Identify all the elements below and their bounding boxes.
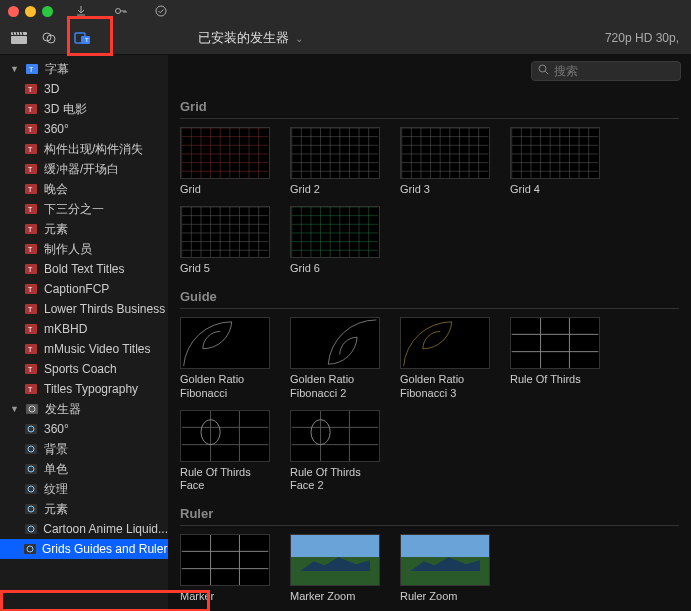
thumbnail-caption: Golden Ratio Fibonacci 3	[400, 373, 490, 399]
svg-rect-158	[402, 318, 489, 368]
svg-text:T: T	[28, 266, 33, 273]
guide-items: Golden Ratio FibonacciGolden Ratio Fibon…	[180, 317, 679, 492]
item-label: Sports Coach	[44, 362, 117, 376]
thumbnail-caption: Grid 4	[510, 183, 600, 196]
thumbnail	[290, 410, 380, 462]
svg-rect-76	[292, 128, 379, 178]
thumbnail	[400, 127, 490, 179]
thumbnail-cell[interactable]: Rule Of Thirds Face 2	[290, 410, 380, 492]
gens-list: 360°背景单色纹理元素Cartoon Anime Liquid...Grids…	[0, 419, 168, 559]
sidebar-item[interactable]: Cartoon Anime Liquid...	[0, 519, 168, 539]
thumbnail	[180, 317, 270, 369]
thumbnail-cell[interactable]: Grid 5	[180, 206, 270, 275]
item-label: Titles Typography	[44, 382, 138, 396]
item-icon	[24, 523, 37, 535]
thumbnail-caption: Grid 5	[180, 262, 270, 275]
svg-rect-108	[512, 128, 599, 178]
svg-text:T: T	[28, 346, 33, 353]
search-input[interactable]	[554, 64, 674, 78]
sidebar-item[interactable]: TmMusic Video Titles	[0, 339, 168, 359]
sidebar-cat-titles[interactable]: ▼ T 字幕	[0, 59, 168, 79]
thumbnail-cell[interactable]: Grid 3	[400, 127, 490, 196]
generators-icon[interactable]: T	[68, 24, 98, 52]
sidebar-item[interactable]: 背景	[0, 439, 168, 459]
section-grid-header: Grid	[180, 95, 679, 119]
thumbnail-cell[interactable]: Grid 4	[510, 127, 600, 196]
sidebar-item[interactable]: T元素	[0, 219, 168, 239]
sidebar-item[interactable]: 360°	[0, 419, 168, 439]
thumbnail	[290, 317, 380, 369]
thumbnail-cell[interactable]: Grid 2	[290, 127, 380, 196]
thumbnail-cell[interactable]: Grid 6	[290, 206, 380, 275]
item-label: 下三分之一	[44, 201, 104, 218]
sidebar-item[interactable]: 单色	[0, 459, 168, 479]
thumbnail-cell[interactable]: Marker	[180, 534, 270, 603]
item-icon: T	[24, 323, 38, 335]
thumbnail-cell[interactable]: Rule Of Thirds	[510, 317, 600, 399]
clapper-icon[interactable]	[4, 24, 34, 52]
svg-rect-156	[182, 318, 269, 368]
svg-rect-176	[182, 535, 269, 585]
thumbnail	[400, 534, 490, 586]
thumbnail-cell[interactable]: Golden Ratio Fibonacci	[180, 317, 270, 399]
sidebar-item[interactable]: T3D	[0, 79, 168, 99]
sidebar-item[interactable]: Grids Guides and Rulers	[0, 539, 168, 559]
thumbnail	[180, 127, 270, 179]
thumbnail-cell[interactable]: Grid	[180, 127, 270, 196]
search-icon	[538, 64, 549, 78]
installed-dropdown[interactable]: 已安装的发生器 ⌄	[198, 29, 303, 47]
sidebar-item[interactable]: T构件出现/构件消失	[0, 139, 168, 159]
disclosure-triangle[interactable]: ▼	[10, 404, 19, 414]
zoom-dot[interactable]	[42, 6, 53, 17]
ruler-items: MarkerMarker ZoomRuler Zoom	[180, 534, 679, 603]
thumbnail-caption: Grid 3	[400, 183, 490, 196]
sidebar-item[interactable]: T360°	[0, 119, 168, 139]
thumbnail-cell[interactable]: Golden Ratio Fibonacci 3	[400, 317, 490, 399]
sidebar-item[interactable]: TmKBHD	[0, 319, 168, 339]
search-field[interactable]	[531, 61, 681, 81]
thumbnail	[510, 317, 600, 369]
svg-text:T: T	[29, 66, 34, 73]
close-dot[interactable]	[8, 6, 19, 17]
thumbnail	[510, 127, 600, 179]
svg-rect-60	[182, 128, 269, 178]
sidebar-item[interactable]: TLower Thirds Business	[0, 299, 168, 319]
disclosure-triangle[interactable]: ▼	[10, 64, 19, 74]
sidebar-item[interactable]: T缓冲器/开场白	[0, 159, 168, 179]
item-label: Cartoon Anime Liquid...	[43, 522, 168, 536]
sidebar-item[interactable]: TSports Coach	[0, 359, 168, 379]
key-icon[interactable]	[109, 0, 133, 22]
item-label: 晚会	[44, 181, 68, 198]
thumbnail-caption: Marker Zoom	[290, 590, 380, 603]
minimize-dot[interactable]	[25, 6, 36, 17]
item-icon	[24, 423, 38, 435]
sidebar-cat-generators[interactable]: ▼ 发生器	[0, 399, 168, 419]
thumbnail-cell[interactable]: Marker Zoom	[290, 534, 380, 603]
effects-icon[interactable]	[34, 24, 64, 52]
item-icon: T	[24, 303, 38, 315]
section-ruler-header: Ruler	[180, 502, 679, 526]
sidebar-item[interactable]: T3D 电影	[0, 99, 168, 119]
thumbnail-cell[interactable]: Rule Of Thirds Face	[180, 410, 270, 492]
sidebar-item[interactable]: TCaptionFCP	[0, 279, 168, 299]
thumbnail-cell[interactable]: Golden Ratio Fibonacci 2	[290, 317, 380, 399]
thumbnail-cell[interactable]: Ruler Zoom	[400, 534, 490, 603]
sidebar-item[interactable]: T制作人员	[0, 239, 168, 259]
format-label: 720p HD 30p,	[605, 31, 679, 45]
thumbnail-caption: Grid 2	[290, 183, 380, 196]
sidebar-item[interactable]: TTitles Typography	[0, 379, 168, 399]
thumbnail	[290, 206, 380, 258]
sidebar-item[interactable]: TBold Text Titles	[0, 259, 168, 279]
svg-rect-170	[292, 411, 379, 461]
grid-items: GridGrid 2Grid 3Grid 4Grid 5Grid 6	[180, 127, 679, 275]
thumbnail-caption: Grid 6	[290, 262, 380, 275]
titles-list: T3DT3D 电影T360°T构件出现/构件消失T缓冲器/开场白T晚会T下三分之…	[0, 79, 168, 399]
sidebar-item[interactable]: 元素	[0, 499, 168, 519]
sidebar-item[interactable]: T晚会	[0, 179, 168, 199]
svg-rect-2	[11, 36, 27, 44]
sidebar-item[interactable]: T下三分之一	[0, 199, 168, 219]
sidebar-item[interactable]: 纹理	[0, 479, 168, 499]
download-icon[interactable]	[69, 0, 93, 22]
cat-label: 发生器	[45, 401, 81, 418]
check-icon[interactable]	[149, 0, 173, 22]
